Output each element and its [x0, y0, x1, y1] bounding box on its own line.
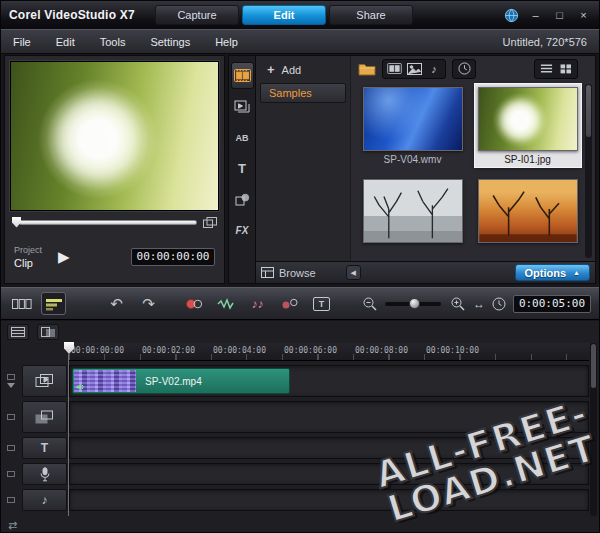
title-track-body[interactable]: [69, 437, 589, 459]
clock-icon[interactable]: [492, 297, 506, 311]
video-track-header[interactable]: [22, 365, 67, 397]
add-media-button[interactable]: + Add: [256, 59, 350, 81]
grid-view-icon[interactable]: [557, 61, 575, 77]
minimize-button[interactable]: –: [528, 8, 543, 23]
enlarge-preview-icon[interactable]: [203, 217, 217, 228]
filter-icon[interactable]: FX: [231, 217, 254, 244]
record-capture-icon[interactable]: [181, 292, 206, 315]
graphic-icon[interactable]: [231, 186, 254, 213]
clip-audio-icon: [76, 383, 85, 391]
library-item-photo[interactable]: [360, 176, 466, 245]
music-track-body[interactable]: [69, 489, 589, 511]
clip-label: SP-V02.mp4: [145, 376, 202, 387]
scrollbar-thumb[interactable]: [591, 344, 596, 388]
track-toggle-icons[interactable]: [1, 463, 21, 485]
thumbnail-image: [363, 87, 463, 151]
step-tabs: Capture Edit Share: [155, 5, 413, 25]
auto-music-icon[interactable]: ♪♪: [245, 292, 270, 315]
duration-timecode[interactable]: 0:00:05:00: [513, 295, 591, 313]
fit-project-icon[interactable]: ↔: [473, 297, 485, 311]
track-toggle-icons[interactable]: [1, 489, 21, 511]
menu-tools[interactable]: Tools: [100, 36, 126, 48]
track-toggle-icons[interactable]: [1, 401, 21, 433]
browse-button[interactable]: Browse: [261, 267, 316, 279]
close-button[interactable]: ×: [576, 8, 591, 23]
sound-mixer-icon[interactable]: [213, 292, 238, 315]
menu-file[interactable]: File: [13, 36, 31, 48]
app-window: Corel VideoStudio X7 Capture Edit Share …: [0, 0, 600, 533]
mode-clip-label[interactable]: Clip: [14, 257, 42, 270]
zoom-in-icon[interactable]: [448, 292, 466, 315]
overlay-track-body[interactable]: [69, 401, 589, 433]
browse-label: Browse: [279, 267, 316, 279]
scrubber-track[interactable]: [19, 220, 197, 225]
menu-help[interactable]: Help: [215, 36, 238, 48]
swap-tracks-icon[interactable]: ⇄: [8, 519, 17, 532]
timeline-view-icon[interactable]: [41, 292, 66, 315]
library-item-photo[interactable]: [475, 176, 581, 245]
voice-track-body[interactable]: [69, 463, 589, 485]
timeline-zoom-slider[interactable]: [385, 302, 441, 306]
import-folder-icon[interactable]: [358, 62, 376, 76]
duration-clock-icon[interactable]: [455, 61, 473, 77]
track-toggle-icons[interactable]: [1, 437, 21, 459]
library-item-photo-selected[interactable]: SP-I01.jpg: [475, 84, 581, 167]
music-track-header[interactable]: ♪: [22, 489, 67, 511]
show-audio-icon[interactable]: ♪: [425, 61, 443, 77]
mode-toggle[interactable]: Project Clip: [14, 244, 42, 270]
titlebar: Corel VideoStudio X7 Capture Edit Share …: [1, 1, 599, 29]
filter-icon-label: FX: [236, 225, 249, 236]
window-controls: – □ ×: [504, 8, 591, 23]
slider-knob[interactable]: [409, 298, 420, 309]
scrubber-handle[interactable]: [12, 217, 21, 228]
instant-project-icon[interactable]: [231, 93, 254, 120]
ruler-label: 00:00:04:00: [213, 346, 266, 355]
timeline-scrollbar[interactable]: [590, 343, 597, 516]
track-manager-icon[interactable]: [7, 324, 29, 340]
transition-icon-label: AB: [236, 133, 249, 143]
show-photo-icon[interactable]: [405, 61, 423, 77]
list-view-icon[interactable]: [537, 61, 555, 77]
undo-icon[interactable]: ↶: [104, 292, 129, 315]
mode-project-label[interactable]: Project: [14, 244, 42, 257]
voice-track-header[interactable]: [22, 463, 67, 485]
video-track: SP-V02.mp4: [1, 365, 589, 397]
title-track-header[interactable]: T: [22, 437, 67, 459]
motion-tracking-icon[interactable]: [277, 292, 302, 315]
redo-icon[interactable]: ↷: [136, 292, 161, 315]
add-label: Add: [282, 64, 302, 76]
menu-settings[interactable]: Settings: [150, 36, 190, 48]
menu-edit[interactable]: Edit: [56, 36, 75, 48]
folder-samples[interactable]: Samples: [260, 83, 346, 103]
collapse-panel-button[interactable]: ◀: [346, 265, 361, 280]
zoom-out-icon[interactable]: [360, 292, 378, 315]
subtitle-editor-icon[interactable]: T: [309, 292, 334, 315]
play-button[interactable]: ▶: [58, 248, 70, 266]
preview-timecode[interactable]: 00:00:00:00: [131, 248, 215, 266]
timeline-clip[interactable]: SP-V02.mp4: [72, 368, 290, 394]
transition-icon[interactable]: AB: [231, 124, 254, 151]
media-icon[interactable]: [231, 62, 254, 89]
thumbnail-image: [363, 179, 463, 243]
scrollbar-thumb[interactable]: [586, 85, 591, 137]
project-info: Untitled, 720*576: [503, 36, 587, 48]
tab-capture[interactable]: Capture: [155, 5, 239, 25]
video-track-body[interactable]: SP-V02.mp4: [69, 365, 589, 397]
ruler-label: 00:00:08:00: [355, 346, 408, 355]
library-scrollbar[interactable]: [585, 84, 592, 258]
maximize-button[interactable]: □: [552, 8, 567, 23]
library-item-video[interactable]: SP-V04.wmv: [360, 84, 466, 167]
track-toggle-icons[interactable]: [1, 365, 21, 397]
track-layout-icon[interactable]: [37, 324, 59, 340]
storyboard-view-icon[interactable]: [9, 292, 34, 315]
timeline-ruler[interactable]: 00:00:00:00 00:00:02:00 00:00:04:00 00:0…: [69, 343, 589, 361]
overlay-track-header[interactable]: [22, 401, 67, 433]
title-icon[interactable]: T: [231, 155, 254, 182]
tab-edit[interactable]: Edit: [242, 5, 326, 25]
ruler-label: 00:00:02:00: [142, 346, 195, 355]
options-button[interactable]: Options ▲: [515, 264, 591, 281]
preview-scrubber: [5, 214, 224, 230]
globe-icon[interactable]: [504, 8, 519, 23]
tab-share[interactable]: Share: [329, 5, 413, 25]
show-video-icon[interactable]: [385, 61, 403, 77]
